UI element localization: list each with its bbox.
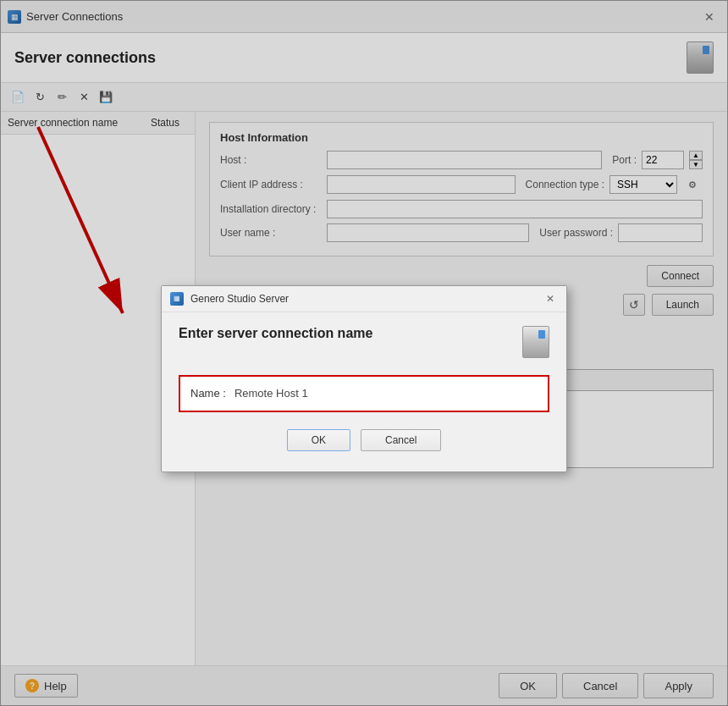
dialog-close-button[interactable]: ✕ — [543, 291, 558, 306]
dialog-title-bar: Genero Studio Server ✕ — [162, 286, 566, 312]
dialog-header-row: Enter server connection name — [179, 326, 549, 358]
name-input[interactable] — [234, 383, 538, 404]
dialog-overlay: Genero Studio Server ✕ Enter server conn… — [0, 0, 728, 706]
name-label: Name : — [190, 387, 226, 400]
dialog-title-icon — [170, 292, 184, 306]
dialog-body: Enter server connection name Name : OK C… — [162, 312, 566, 472]
dialog-heading: Enter server connection name — [179, 326, 372, 341]
dialog-title-text: Genero Studio Server — [190, 293, 536, 305]
name-input-row: Name : — [179, 375, 549, 412]
dialog-server-icon — [522, 326, 549, 358]
dialog-ok-button[interactable]: OK — [287, 429, 350, 451]
dialog-cancel-button[interactable]: Cancel — [361, 429, 441, 451]
dialog-buttons: OK Cancel — [179, 429, 549, 458]
server-name-dialog: Genero Studio Server ✕ Enter server conn… — [161, 285, 567, 472]
